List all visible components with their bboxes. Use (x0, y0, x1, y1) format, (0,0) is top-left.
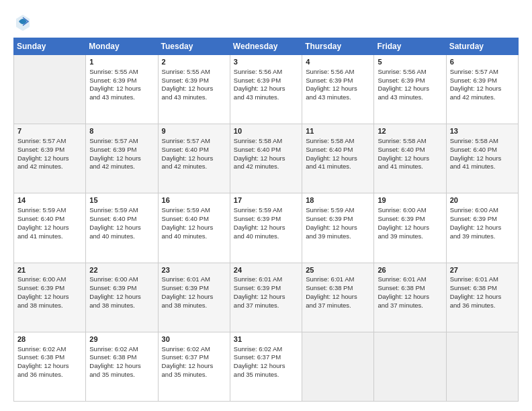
sunset-text: Sunset: 6:39 PM (306, 77, 353, 84)
daylight-text-cont: and 40 minutes. (234, 232, 279, 240)
day-number: 22 (89, 265, 154, 275)
daylight-text: Daylight: 12 hours (234, 362, 285, 369)
daylight-text: Daylight: 12 hours (89, 85, 141, 92)
daylight-text: Daylight: 12 hours (306, 85, 357, 92)
daylight-text-cont: and 40 minutes. (89, 232, 135, 240)
calendar-cell: 9Sunrise: 5:57 AMSunset: 6:40 PMDaylight… (158, 124, 230, 193)
weekday-header: Friday (374, 38, 446, 55)
daylight-text: Daylight: 12 hours (17, 362, 69, 369)
daylight-text-cont: and 37 minutes. (306, 302, 351, 309)
sunrise-text: Sunrise: 5:57 AM (89, 137, 138, 144)
header (13, 12, 519, 31)
daylight-text: Daylight: 12 hours (162, 224, 214, 231)
sunrise-text: Sunrise: 5:56 AM (378, 68, 426, 75)
day-number: 26 (378, 265, 442, 275)
daylight-text: Daylight: 12 hours (306, 293, 357, 300)
day-number: 2 (162, 57, 226, 67)
calendar-row: 1Sunrise: 5:55 AMSunset: 6:39 PMDaylight… (14, 55, 519, 124)
day-number: 8 (89, 126, 154, 136)
calendar-cell: 22Sunrise: 6:00 AMSunset: 6:39 PMDayligh… (86, 263, 158, 332)
sunrise-text: Sunrise: 5:56 AM (234, 68, 282, 75)
day-number: 6 (450, 57, 515, 67)
day-number: 23 (162, 265, 226, 275)
calendar-cell: 21Sunrise: 6:00 AMSunset: 6:39 PMDayligh… (14, 263, 86, 332)
day-number: 5 (378, 57, 442, 67)
daylight-text-cont: and 35 minutes. (89, 371, 135, 378)
daylight-text: Daylight: 12 hours (17, 154, 69, 162)
sunrise-text: Sunrise: 5:58 AM (378, 137, 426, 144)
daylight-text-cont: and 39 minutes. (378, 232, 423, 240)
calendar-cell: 29Sunrise: 6:02 AMSunset: 6:38 PMDayligh… (86, 332, 158, 401)
day-number: 4 (306, 57, 370, 67)
daylight-text-cont: and 42 minutes. (234, 163, 279, 170)
calendar-row: 7Sunrise: 5:57 AMSunset: 6:39 PMDaylight… (14, 124, 519, 193)
daylight-text: Daylight: 12 hours (306, 224, 357, 231)
day-number: 17 (234, 195, 298, 205)
sunrise-text: Sunrise: 6:01 AM (450, 275, 498, 283)
daylight-text-cont: and 42 minutes. (89, 163, 135, 170)
sunset-text: Sunset: 6:38 PM (450, 284, 497, 291)
calendar-row: 28Sunrise: 6:02 AMSunset: 6:38 PMDayligh… (14, 332, 519, 401)
daylight-text-cont: and 41 minutes. (378, 163, 423, 170)
day-number: 1 (89, 57, 154, 67)
daylight-text: Daylight: 12 hours (234, 293, 285, 300)
daylight-text: Daylight: 12 hours (378, 293, 429, 300)
calendar-cell: 1Sunrise: 5:55 AMSunset: 6:39 PMDaylight… (86, 55, 158, 124)
daylight-text-cont: and 38 minutes. (17, 302, 63, 309)
day-number: 11 (306, 126, 370, 136)
daylight-text-cont: and 43 minutes. (234, 93, 279, 101)
daylight-text-cont: and 35 minutes. (234, 371, 279, 378)
day-number: 27 (450, 265, 515, 275)
sunset-text: Sunset: 6:38 PM (89, 353, 136, 361)
day-number: 10 (234, 126, 298, 136)
sunset-text: Sunset: 6:39 PM (89, 284, 136, 291)
daylight-text: Daylight: 12 hours (378, 85, 429, 92)
logo (13, 12, 35, 31)
calendar-row: 21Sunrise: 6:00 AMSunset: 6:39 PMDayligh… (14, 263, 519, 332)
calendar-table: SundayMondayTuesdayWednesdayThursdayFrid… (13, 38, 519, 402)
daylight-text: Daylight: 12 hours (89, 224, 141, 231)
sunset-text: Sunset: 6:40 PM (306, 146, 353, 153)
calendar-cell: 5Sunrise: 5:56 AMSunset: 6:39 PMDaylight… (374, 55, 446, 124)
sunrise-text: Sunrise: 5:59 AM (306, 206, 354, 214)
sunrise-text: Sunrise: 6:02 AM (162, 345, 210, 353)
weekday-header: Monday (86, 38, 158, 55)
calendar-cell: 4Sunrise: 5:56 AMSunset: 6:39 PMDaylight… (302, 55, 374, 124)
day-number: 24 (234, 265, 298, 275)
daylight-text-cont: and 39 minutes. (450, 232, 496, 240)
day-number: 25 (306, 265, 370, 275)
day-number: 14 (17, 195, 82, 205)
day-number: 21 (17, 265, 82, 275)
daylight-text-cont: and 37 minutes. (234, 302, 279, 309)
sunset-text: Sunset: 6:40 PM (89, 215, 136, 222)
sunrise-text: Sunrise: 6:01 AM (378, 275, 426, 283)
daylight-text: Daylight: 12 hours (234, 224, 285, 231)
sunrise-text: Sunrise: 5:55 AM (89, 68, 138, 75)
sunset-text: Sunset: 6:38 PM (17, 353, 64, 361)
sunset-text: Sunset: 6:39 PM (89, 146, 136, 153)
sunrise-text: Sunrise: 5:59 AM (89, 206, 138, 214)
calendar-cell: 16Sunrise: 5:59 AMSunset: 6:40 PMDayligh… (158, 193, 230, 263)
daylight-text-cont: and 43 minutes. (378, 93, 423, 101)
daylight-text-cont: and 41 minutes. (17, 232, 63, 240)
calendar-cell: 25Sunrise: 6:01 AMSunset: 6:38 PMDayligh… (302, 263, 374, 332)
day-number: 30 (162, 334, 226, 345)
daylight-text: Daylight: 12 hours (234, 154, 285, 162)
sunrise-text: Sunrise: 5:59 AM (17, 206, 66, 214)
daylight-text: Daylight: 12 hours (378, 224, 429, 231)
sunset-text: Sunset: 6:40 PM (378, 146, 425, 153)
day-number: 31 (234, 334, 298, 345)
sunrise-text: Sunrise: 6:01 AM (306, 275, 354, 283)
calendar-cell: 28Sunrise: 6:02 AMSunset: 6:38 PMDayligh… (14, 332, 86, 401)
sunset-text: Sunset: 6:40 PM (234, 146, 281, 153)
sunrise-text: Sunrise: 6:00 AM (450, 206, 498, 214)
day-number: 20 (450, 195, 515, 205)
sunrise-text: Sunrise: 5:57 AM (17, 137, 66, 144)
calendar-cell: 15Sunrise: 5:59 AMSunset: 6:40 PMDayligh… (86, 193, 158, 263)
page: SundayMondayTuesdayWednesdayThursdayFrid… (0, 0, 532, 411)
sunrise-text: Sunrise: 5:59 AM (162, 206, 210, 214)
sunset-text: Sunset: 6:38 PM (306, 284, 353, 291)
day-number: 7 (17, 126, 82, 136)
daylight-text: Daylight: 12 hours (162, 293, 214, 300)
day-number: 3 (234, 57, 298, 67)
